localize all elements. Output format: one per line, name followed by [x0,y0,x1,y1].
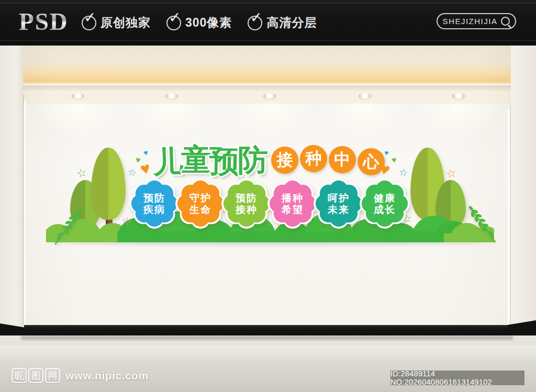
feature-hd-layered: ✓ 高清分层 [248,15,317,31]
search-icon [501,17,510,26]
badge-healthy-growth: 健康 成长 [360,178,410,229]
badge-label: 守护 生命 [175,178,226,229]
floor-sheen [0,345,536,361]
check-circle-icon: ✓ [82,16,96,30]
title-char: 儿 [152,145,182,178]
leaf-sprig-icon [465,205,498,243]
check-circle-icon: ✓ [248,16,262,30]
site-watermark: 昵 图 网 www.nipic.com [12,368,149,383]
title-char: 防 [238,144,266,176]
feature-original: ✓ 原创独家 [82,15,151,31]
badge-label: 呵护 未来 [314,178,364,229]
wall-seam-highlight [508,110,510,326]
badge-care-future: 呵护 未来 [314,178,364,229]
downlight [72,93,84,99]
grass-base [117,231,461,242]
badge-sow-hope: 播种 希望 [267,178,318,229]
feature-300px: ✓ 300像素 [166,15,232,31]
downlight [452,93,465,99]
downlight [263,93,276,99]
topbar: PSD ✓ 原创独家 ✓ 300像素 ✓ 高清分层 SHEJIZHIJIA [0,0,536,46]
downlight [165,93,178,99]
wall-seam [510,105,511,326]
search-pill[interactable]: SHEJIZHIJIA [437,13,516,29]
watermark-char: 图 [28,368,43,383]
wall-title: 儿 童 预 防 接 种 中 心 [153,144,385,176]
badge-label: 预防 接种 [221,178,272,229]
title-char: 预 [209,145,238,178]
badge-prevent-disease: 预防 疾病 [129,178,180,229]
feature-label: 300像素 [185,15,232,31]
left-return-wall [0,46,23,335]
star-icon: ☆ [445,167,457,181]
badge-vaccination: 预防 接种 [221,178,272,229]
badge-label: 预防 疾病 [129,178,180,229]
search-label: SHEJIZHIJIA [443,17,498,26]
feature-list: ✓ 原创独家 ✓ 300像素 ✓ 高清分层 [82,0,317,46]
badge-guard-life: 守护 生命 [175,178,226,229]
right-return-wall [511,46,536,335]
title-circle-char: 种 [300,145,327,172]
title-circle-char: 接 [271,147,298,174]
watermark-url: www.nipic.com [65,369,149,382]
badge-label: 播种 希望 [267,178,318,229]
feature-label: 高清分层 [266,15,317,31]
downlight [359,93,371,99]
leaf-sprig-icon [52,207,86,245]
wall-seam-highlight [24,99,26,326]
title-circle-char: 中 [329,146,356,173]
badge-label: 健康 成长 [360,178,410,229]
stock-preview-page: PSD ✓ 原创独家 ✓ 300像素 ✓ 高清分层 SHEJIZHIJIA [0,0,536,392]
watermark-char: 昵 [12,368,27,383]
baseboard [24,325,509,335]
psd-logo: PSD [19,7,69,36]
baseboard-reflection [21,336,513,340]
title-char: 童 [181,144,209,176]
title-circles: 接 种 中 心 [271,147,385,174]
feature-label: 原创独家 [100,15,151,31]
image-id-badge: ID:28489114 NO:20260408061613149102 [390,371,524,385]
check-circle-icon: ✓ [166,16,181,30]
watermark-char: 网 [45,368,60,383]
